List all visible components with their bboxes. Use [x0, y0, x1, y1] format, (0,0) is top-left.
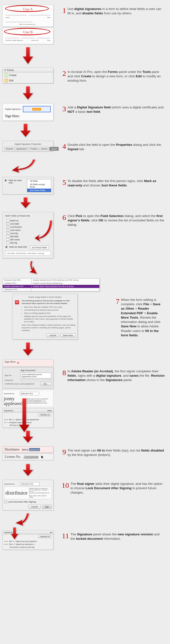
signature-field-preview: Digital signature Crosser Sign Here: — [2, 103, 54, 121]
appearance-select[interactable]: Standard Text — [20, 392, 39, 396]
field-check-row[interactable]: dist-sig — [5, 241, 51, 244]
save-now-button[interactable]: Save Now — [60, 334, 76, 337]
validate-all-button-2[interactable]: Validate All — [38, 535, 51, 538]
digital-signature-label: Digital signature — [5, 108, 21, 110]
field-check-label: cust-date — [10, 222, 19, 225]
opt-all-fields[interactable]: All fields — [27, 179, 51, 183]
field-check-row[interactable]: cust-sig — [5, 232, 51, 235]
tree-unsigned[interactable]: ▾✎Unsigned Signature Fields — [4, 421, 51, 424]
sign-as-select[interactable]: jonny appleseed (jonny appleseed) 2018..… — [21, 372, 51, 378]
radio-readonly-2[interactable] — [5, 246, 8, 248]
field-selection-title: Mark Fields as Read-only — [5, 214, 51, 217]
step-2-text: In Acrobat XI Pro, open the Forms panel … — [68, 70, 165, 83]
field-check-label: dist-date — [10, 235, 19, 238]
checkbox[interactable] — [6, 232, 9, 234]
properties-dialog: Digital Signature Properties General App… — [2, 141, 54, 152]
create-icon — [4, 74, 8, 77]
edit-button[interactable]: Edit — [3, 78, 53, 83]
arrow-down-10 — [12, 513, 34, 527]
field-check-row[interactable]: batch-no — [5, 219, 51, 222]
tab-appearance[interactable]: Appearance — [14, 147, 28, 151]
menu-optimized[interactable]: Optimized PDF... — [3, 288, 31, 291]
checkbox[interactable] — [6, 226, 9, 228]
password-input[interactable] — [21, 379, 51, 381]
step-8-number: 8 — [58, 369, 66, 376]
arrow-down-3 — [14, 124, 36, 138]
acrobat-icon — [14, 300, 20, 305]
field-check-row[interactable]: dist-date — [5, 235, 51, 238]
field-check-row[interactable]: cust-license — [5, 225, 51, 228]
step-8-text: In Adobe Reader (or Acrobat), the first … — [68, 369, 165, 382]
step-2-number: 2 — [58, 70, 66, 77]
step-10-text: The final signer adds their digital sign… — [70, 482, 165, 495]
checkbox[interactable] — [6, 222, 9, 225]
readonly-dropdown[interactable]: All fields All fields except these Just … — [27, 179, 51, 192]
sign-button[interactable]: Sign — [42, 505, 52, 509]
step-11-text: The Signature panel shows the new signat… — [70, 532, 165, 541]
field-check-label: cust-name — [10, 229, 20, 231]
menu-enable-more-tools[interactable]: Enable More Tools (includes form fill-in… — [32, 285, 99, 288]
menu-enable-commenting[interactable]: Enable Commenting & Measuring... — [32, 282, 99, 285]
distributor-field[interactable]: Distributor berry blossom — [2, 446, 54, 453]
field-check-row[interactable]: cust-date — [5, 222, 51, 225]
properties-title: Digital Signature Properties — [4, 143, 52, 145]
tab-general[interactable]: General — [4, 147, 14, 151]
sign-here-label: Sign Here: — [5, 114, 51, 118]
field-check-row[interactable]: dist-name — [5, 238, 51, 241]
tab-actions[interactable]: Actions — [39, 147, 49, 151]
menu-enable-text[interactable]: Enable Adding Text in PDFs (that are not… — [32, 278, 99, 282]
field-check-label: dist-name — [10, 238, 20, 241]
form-preview-user-a: User A NameDate Offer can use before the… — [2, 5, 54, 27]
readonly-dropdown-value[interactable]: Just these fields — [30, 246, 49, 250]
info-button[interactable]: Info... — [40, 382, 51, 386]
tree-rev-2[interactable]: ▸✔Rev. 2: Signed by distributor c — [4, 543, 51, 546]
opt-just-these[interactable]: Just these fields — [27, 188, 51, 192]
enable-usage-title: Enable Usage Rights in Adobe Reader — [14, 296, 76, 298]
arrow-down-1 — [17, 47, 39, 65]
tree-rev-1[interactable]: ▸✔Rev. 1: Signed by jonny appleseed — [4, 418, 51, 421]
field-check-row[interactable]: cust-name — [5, 228, 51, 232]
final-sig-name: distributor — [5, 490, 28, 496]
arrow-down-8 — [17, 431, 39, 444]
user-b-label: User B — [6, 30, 50, 34]
sign-here-strip[interactable]: Sign Here: ▸ — [2, 360, 54, 366]
create-button[interactable]: Create — [3, 72, 53, 78]
checkbox[interactable] — [6, 238, 9, 241]
step-3-text: Add a Digital Signature field (which use… — [68, 105, 165, 114]
cancel-button-2[interactable]: Cancel — [28, 505, 40, 509]
opt-all-except[interactable]: All fields except these — [27, 183, 51, 188]
signature-preview-meta: Digitally signed by jonny appleseed DN: … — [26, 398, 52, 404]
step-10-number: 10 — [58, 482, 69, 489]
sign-flag-icon: ▸ — [18, 360, 20, 365]
step-9-number: 9 — [58, 448, 66, 456]
forms-panel-header[interactable]: Forms — [3, 68, 53, 72]
signature-field-box[interactable]: Crosser — [23, 106, 51, 112]
step-5-number: 5 — [58, 179, 66, 186]
checkbox[interactable] — [6, 241, 9, 244]
menu-reader-extended[interactable]: Reader Extended PDF — [3, 285, 31, 288]
tree-dist-sig[interactable]: dist-sig on page 1 — [10, 424, 51, 426]
lock-checkbox[interactable] — [4, 500, 7, 503]
properties-tabs: General Appearance Position Actions Sign… — [4, 147, 52, 151]
tree-rev-1b[interactable]: ▸✔Rev. 1: Signed by jonny applese — [4, 540, 51, 543]
forms-panel: Forms Create Edit — [2, 68, 54, 83]
tab-signed[interactable]: Signed — [49, 147, 59, 151]
field-selection-dialog: Mark Fields as Read-only batch-nocust-da… — [2, 212, 54, 258]
validate-all-button[interactable]: Validate All — [38, 413, 51, 416]
check-icon: ✔ — [6, 543, 8, 546]
checkbox[interactable] — [6, 219, 9, 222]
checkbox[interactable] — [6, 235, 9, 238]
step-11-number: 11 — [58, 532, 69, 540]
radio-mark-readonly[interactable] — [4, 179, 7, 182]
final-sig-meta: Digitally signed by distributor DN: cn=d… — [29, 488, 50, 498]
checkbox[interactable] — [6, 229, 9, 231]
mark-readonly-panel: Mark as read-only: All fields All fields… — [2, 177, 54, 194]
appearance-select-2[interactable]: Standard Text — [20, 482, 40, 486]
tab-position[interactable]: Position — [29, 147, 39, 151]
edit-icon — [4, 79, 8, 82]
menu-certified[interactable]: Certified PDF... — [3, 282, 31, 285]
menu-reduced[interactable]: Reduced Size PDF... — [3, 278, 31, 282]
license-field: License No. 7292929299 — [2, 454, 54, 460]
arrow-down-2 — [17, 86, 39, 100]
cancel-button[interactable]: Cancel — [47, 334, 59, 337]
